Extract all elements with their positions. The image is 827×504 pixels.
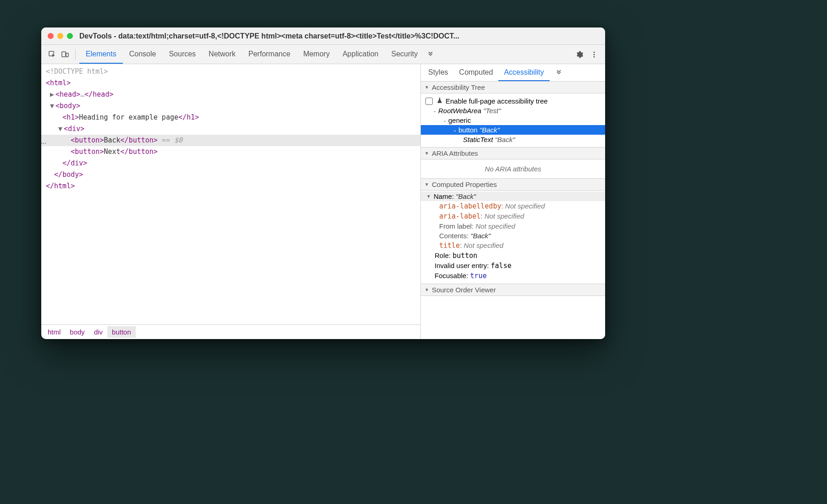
computed-properties-body: ▼ Name: "Back" aria-labelledby: Not spec… xyxy=(421,191,605,284)
tab-security[interactable]: Security xyxy=(385,45,424,64)
prop-title: title: Not specified xyxy=(421,241,605,251)
elements-panel: <!DOCTYPE html> <html> ▶<head>…</head> ▼… xyxy=(41,64,421,339)
devtools-window: DevTools - data:text/html;charset=utf-8,… xyxy=(41,27,605,339)
prop-name[interactable]: ▼ Name: "Back" xyxy=(421,192,605,201)
disclosure-down-icon: ▼ xyxy=(425,182,429,187)
enable-full-tree-row[interactable]: Enable full-page accessibility tree xyxy=(421,96,605,106)
svg-point-3 xyxy=(594,51,595,53)
disclosure-down-icon[interactable]: ⌄ xyxy=(453,127,457,132)
tab-computed[interactable]: Computed xyxy=(454,64,499,81)
disclosure-down-icon[interactable]: ▼ xyxy=(58,123,64,135)
more-tabs-icon[interactable] xyxy=(424,48,437,61)
more-sidebar-tabs-icon[interactable] xyxy=(552,66,565,79)
dom-line[interactable]: <h1>Heading for example page</h1> xyxy=(41,112,420,123)
no-aria-message: No ARIA attributes xyxy=(421,159,605,178)
ax-node-button-selected[interactable]: ⌄ button "Back" xyxy=(421,125,605,135)
main-toolbar: Elements Console Sources Network Perform… xyxy=(41,45,605,64)
dom-line[interactable]: </div> xyxy=(41,158,420,169)
disclosure-down-icon[interactable]: ⌄ xyxy=(443,118,447,123)
disclosure-down-icon: ▼ xyxy=(425,151,429,156)
dom-line-selected[interactable]: <button>Back</button> == $0 xyxy=(41,135,420,146)
tab-styles[interactable]: Styles xyxy=(423,64,454,81)
flask-icon xyxy=(436,97,443,105)
disclosure-down-icon: ▼ xyxy=(425,85,429,90)
prop-contents: Contents: "Back" xyxy=(421,231,605,241)
svg-point-5 xyxy=(594,56,595,57)
tab-elements[interactable]: Elements xyxy=(79,45,123,64)
accessibility-pane: ▼ Accessibility Tree Enable full-page ac… xyxy=(421,82,605,339)
prop-aria-labelledby: aria-labelledby: Not specified xyxy=(421,201,605,211)
prop-focusable: Focusable: true xyxy=(421,271,605,281)
dom-line[interactable]: </body> xyxy=(41,169,420,181)
section-computed-properties[interactable]: ▼ Computed Properties xyxy=(421,178,605,191)
disclosure-down-icon[interactable]: ⌄ xyxy=(433,108,436,113)
prop-aria-label: aria-label: Not specified xyxy=(421,211,605,221)
toolbar-right xyxy=(573,48,601,61)
tab-sources[interactable]: Sources xyxy=(162,45,202,64)
dom-line[interactable]: <html> xyxy=(41,77,420,89)
ax-node-root[interactable]: ⌄ RootWebArea "Test" xyxy=(421,106,605,115)
disclosure-down-icon[interactable]: ▼ xyxy=(50,100,55,112)
ax-node-static-text[interactable]: StaticText "Back" xyxy=(421,135,605,144)
disclosure-right-icon[interactable]: ▶ xyxy=(50,89,55,100)
dom-line[interactable]: <button>Next</button> xyxy=(41,146,420,158)
dom-line[interactable]: ▼<body> xyxy=(41,100,420,112)
tab-performance[interactable]: Performance xyxy=(242,45,297,64)
device-toolbar-icon[interactable] xyxy=(59,48,72,61)
prop-role: Role: button xyxy=(421,251,605,261)
dom-line[interactable]: ▶<head>…</head> xyxy=(41,89,420,100)
main-content: <!DOCTYPE html> <html> ▶<head>…</head> ▼… xyxy=(41,64,605,339)
crumb-html[interactable]: html xyxy=(43,326,65,338)
window-title: DevTools - data:text/html;charset=utf-8,… xyxy=(79,32,459,40)
tab-application[interactable]: Application xyxy=(336,45,385,64)
disclosure-down-icon: ▼ xyxy=(426,194,431,199)
ax-node-generic[interactable]: ⌄ generic xyxy=(421,115,605,125)
zoom-icon[interactable] xyxy=(67,33,73,39)
tab-memory[interactable]: Memory xyxy=(297,45,336,64)
dom-tree[interactable]: <!DOCTYPE html> <html> ▶<head>…</head> ▼… xyxy=(41,64,420,324)
close-icon[interactable] xyxy=(48,33,54,39)
dom-line[interactable]: <!DOCTYPE html> xyxy=(41,66,420,77)
dom-line[interactable]: </html> xyxy=(41,181,420,192)
minimize-icon[interactable] xyxy=(57,33,63,39)
section-accessibility-tree[interactable]: ▼ Accessibility Tree xyxy=(421,82,605,93)
crumb-button[interactable]: button xyxy=(107,326,136,338)
crumb-body[interactable]: body xyxy=(65,326,89,338)
panel-tabs: Elements Console Sources Network Perform… xyxy=(79,45,437,64)
inspect-element-icon[interactable] xyxy=(46,48,59,61)
toolbar-divider xyxy=(75,49,76,60)
crumb-div[interactable]: div xyxy=(89,326,107,338)
section-source-order[interactable]: ▼ Source Order Viewer xyxy=(421,284,605,296)
sidebar-tabs: Styles Computed Accessibility xyxy=(421,64,605,82)
settings-icon[interactable] xyxy=(573,48,586,61)
dom-line[interactable]: ▼<div> xyxy=(41,123,420,135)
tab-accessibility[interactable]: Accessibility xyxy=(498,64,549,81)
breadcrumb: html body div button xyxy=(41,324,420,339)
section-aria-attributes[interactable]: ▼ ARIA Attributes xyxy=(421,147,605,159)
prop-invalid: Invalid user entry: false xyxy=(421,261,605,271)
accessibility-tree-body: Enable full-page accessibility tree ⌄ Ro… xyxy=(421,93,605,147)
sidebar-panel: Styles Computed Accessibility ▼ Accessib… xyxy=(421,64,605,339)
tab-console[interactable]: Console xyxy=(123,45,163,64)
svg-rect-1 xyxy=(62,52,66,57)
tab-network[interactable]: Network xyxy=(202,45,242,64)
disclosure-down-icon: ▼ xyxy=(425,287,429,292)
svg-point-4 xyxy=(594,54,595,55)
svg-rect-2 xyxy=(66,53,68,57)
titlebar: DevTools - data:text/html;charset=utf-8,… xyxy=(41,27,605,45)
prop-from-label: From label: Not specified xyxy=(421,221,605,231)
kebab-menu-icon[interactable] xyxy=(588,48,601,61)
checkbox-icon[interactable] xyxy=(425,98,433,105)
traffic-lights xyxy=(48,33,73,39)
